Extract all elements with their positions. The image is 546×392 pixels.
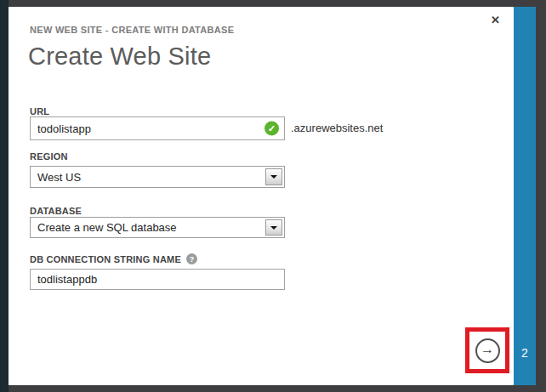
region-dropdown-button[interactable]: [265, 168, 282, 185]
url-input[interactable]: [31, 117, 284, 139]
arrow-right-icon: →: [481, 343, 494, 356]
close-icon[interactable]: ✕: [491, 14, 500, 27]
create-web-site-dialog: NEW WEB SITE - CREATE WITH DATABASE Crea…: [9, 7, 514, 385]
database-selected-value: Create a new SQL database: [37, 218, 177, 237]
help-icon[interactable]: ?: [186, 253, 197, 264]
db-connection-field-wrapper: [30, 269, 285, 290]
url-suffix: .azurewebsites.net: [291, 116, 383, 140]
chevron-down-icon: [270, 175, 277, 179]
database-label: DATABASE: [30, 206, 82, 216]
step-indicator: 2: [514, 346, 536, 360]
page-title: Create Web Site: [28, 43, 211, 71]
url-field-wrapper: ✓: [30, 116, 285, 140]
region-dropdown[interactable]: West US: [30, 166, 285, 188]
red-highlight-annotation: →: [465, 327, 509, 373]
backdrop-left-strip: [0, 0, 9, 392]
chevron-down-icon: [270, 226, 277, 230]
region-selected-value: West US: [37, 167, 81, 187]
next-button[interactable]: →: [475, 338, 500, 363]
breadcrumb: NEW WEB SITE - CREATE WITH DATABASE: [30, 25, 234, 35]
database-dropdown[interactable]: Create a new SQL database: [30, 217, 285, 238]
db-connection-input[interactable]: [31, 270, 284, 289]
valid-check-icon: ✓: [264, 122, 279, 136]
db-connection-label: DB CONNECTION STRING NAME: [30, 254, 181, 264]
wizard-step-rail: 2: [514, 7, 536, 385]
database-dropdown-button[interactable]: [265, 219, 282, 236]
region-label: REGION: [30, 151, 68, 162]
db-connection-label-row: DB CONNECTION STRING NAME ?: [30, 253, 197, 264]
url-label: URL: [30, 106, 49, 116]
